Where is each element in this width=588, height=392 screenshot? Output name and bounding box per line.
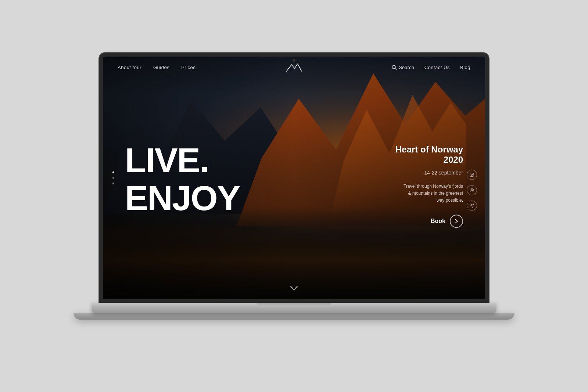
logo[interactable]	[285, 62, 303, 73]
laptop-screen-frame: About tour Guides Prices Sea	[99, 53, 489, 303]
social-icons	[467, 169, 477, 211]
screen-content: About tour Guides Prices Sea	[103, 57, 485, 299]
svg-point-6	[471, 189, 473, 191]
slide-dot-2[interactable]	[112, 177, 114, 179]
nav-search[interactable]: Search	[392, 65, 414, 70]
tour-dates: 14-22 september	[395, 170, 463, 176]
logo-mountain-icon	[285, 62, 303, 73]
navbar: About tour Guides Prices Sea	[103, 57, 485, 79]
svg-rect-2	[470, 173, 474, 176]
svg-point-5	[470, 188, 474, 192]
laptop-wrapper: About tour Guides Prices Sea	[92, 53, 496, 339]
nav-about-tour[interactable]: About tour	[118, 65, 141, 70]
google-icon[interactable]	[467, 185, 477, 195]
search-icon	[392, 65, 397, 70]
scroll-down-button[interactable]	[290, 285, 298, 292]
nav-guides[interactable]: Guides	[153, 65, 169, 70]
instagram-icon[interactable]	[467, 169, 477, 180]
slide-dot-3[interactable]	[112, 182, 114, 184]
svg-point-4	[473, 173, 473, 174]
nav-blog[interactable]: Blog	[460, 65, 470, 70]
tour-card: Heart of Norway 2020 14-22 september Tra…	[395, 144, 463, 228]
hero-line-2: ENJOY	[125, 180, 240, 215]
tour-title: Heart of Norway 2020	[395, 144, 463, 166]
book-button[interactable]: Book	[431, 215, 463, 228]
laptop-bottom-bar	[74, 313, 514, 320]
nav-prices[interactable]: Prices	[181, 65, 196, 70]
slide-indicators	[112, 171, 114, 184]
svg-line-1	[395, 68, 397, 70]
laptop-base	[92, 303, 496, 313]
book-arrow-icon	[450, 215, 463, 228]
hero-text: LIVE. ENJOY	[125, 143, 240, 215]
tour-description: Travel through Norway's fjords& mountain…	[395, 183, 463, 204]
book-label: Book	[431, 218, 445, 224]
nav-left: About tour Guides Prices	[118, 65, 196, 70]
svg-point-0	[392, 65, 395, 69]
hero-line-1: LIVE.	[125, 143, 240, 177]
nav-contact[interactable]: Contact Us	[424, 65, 450, 70]
nav-right: Search Contact Us Blog	[392, 65, 470, 70]
telegram-icon[interactable]	[467, 200, 477, 211]
svg-point-3	[471, 174, 473, 175]
slide-dot-1[interactable]	[112, 171, 114, 173]
